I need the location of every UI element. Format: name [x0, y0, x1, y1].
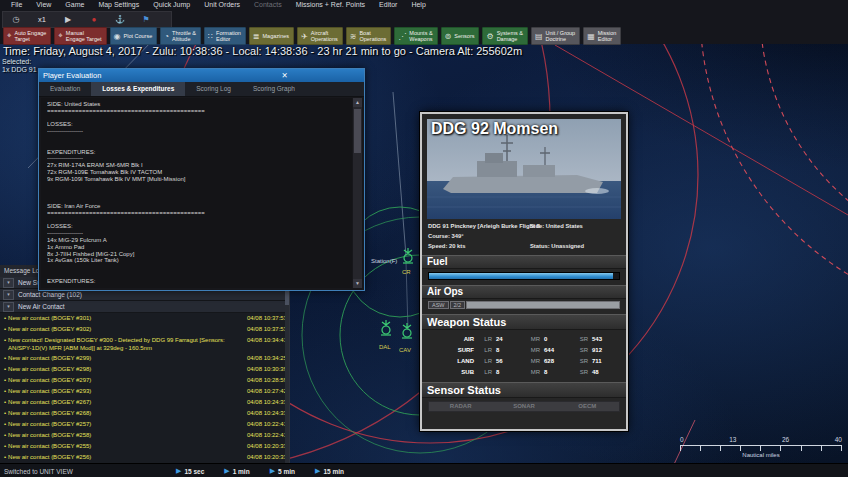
sensor-toggle[interactable]: RADAR: [429, 402, 492, 411]
close-icon[interactable]: ✕: [202, 71, 365, 80]
bullet-icon: •: [4, 354, 6, 362]
menu-item[interactable]: Help: [404, 0, 432, 10]
toolbar-button[interactable]: ▦ Mission Editor: [583, 27, 621, 45]
sensor-toggle[interactable]: OECM: [556, 402, 619, 411]
sr-value: 912: [588, 347, 618, 353]
time-step-button[interactable]: ▶ 1 min: [224, 467, 249, 475]
mr-value: 628: [540, 358, 570, 364]
evaluation-text-line: LOSSES:: [47, 223, 346, 230]
log-entry[interactable]: • New contact! Designated BOGEY #300 - D…: [0, 335, 289, 353]
log-entry[interactable]: • New air contact (BOGEY #256) 04/08 10:…: [0, 452, 289, 463]
toolbar-button[interactable]: ≋ Boat Operations: [346, 27, 392, 45]
toolbar-button[interactable]: ◉ Plot Course: [110, 27, 158, 45]
tab[interactable]: Evaluation: [39, 82, 91, 96]
mr-label: MR: [522, 336, 540, 342]
log-entry-text: New air contact (BOGEY #258): [8, 431, 235, 439]
toolbar-button[interactable]: ⌖ Manual Engage Target: [54, 27, 106, 45]
evaluation-text-line: SIDE: Iran Air Force: [47, 203, 346, 210]
log-entry[interactable]: • New air contact (BOGEY #255) 04/08 10:…: [0, 441, 289, 452]
log-group-row[interactable]: ▾ New Air Contact: [0, 301, 289, 313]
log-entry-time: 04/08 10:34:25: [235, 354, 287, 362]
menu-item[interactable]: Contacts: [247, 0, 289, 10]
log-entry[interactable]: • New air contact (BOGEY #297) 04/08 10:…: [0, 375, 289, 386]
main-toolbar: ⌖ Auto Engage Target ⌖ Manual Engage Tar…: [3, 27, 621, 44]
time-step-buttons: ▶ 15 sec ▶ 1 min ▶ 5 min ▶ 15 min: [176, 467, 344, 475]
sim-speed-label[interactable]: x1: [29, 13, 55, 26]
menu-item[interactable]: View: [29, 0, 58, 10]
unit-class-line: DDG 91 Pinckney [Arleigh Burke Flight II: [428, 223, 540, 229]
toolbar-button[interactable]: ▤ Unit / Group Doctrine: [531, 27, 580, 45]
log-entry[interactable]: • New air contact (BOGEY #257) 04/08 10:…: [0, 419, 289, 430]
app-window: Station(F) CR DAL CAV 0132640 Nautical m…: [0, 0, 848, 477]
time-step-button[interactable]: ▶ 5 min: [270, 467, 295, 475]
chevron-down-icon[interactable]: ▾: [3, 290, 14, 300]
scrollbar-thumb[interactable]: [354, 109, 361, 153]
log-entry[interactable]: • New air contact (BOGEY #267) 04/08 10:…: [0, 397, 289, 408]
toolbar-button[interactable]: ⋰ Mounts & Weapons: [394, 27, 437, 45]
toolbar-button[interactable]: ◔ Throttle & Altitude: [160, 27, 201, 45]
sr-value: 711: [588, 358, 618, 364]
evaluation-text-line: 27x RIM-174A ERAM SM-6MR Blk I: [47, 162, 346, 169]
log-entry-time: 04/08 10:22:41: [235, 431, 287, 439]
record-icon[interactable]: ●: [81, 13, 107, 26]
menu-item[interactable]: File: [4, 0, 29, 10]
evaluation-text-line: EXPENDITURES:: [47, 149, 346, 156]
toolbar-button[interactable]: ∷ Formation Editor: [204, 27, 246, 45]
log-entry-text: New air contact (BOGEY #256): [8, 453, 235, 461]
chevron-down-icon[interactable]: ▾: [3, 278, 14, 288]
air-ops-bar: ASW 2/2: [428, 301, 620, 309]
menu-item[interactable]: Quick Jump: [146, 0, 197, 10]
air-ops-mode[interactable]: ASW: [428, 301, 449, 309]
air-ops-count: 2/2: [450, 301, 466, 309]
tab[interactable]: Scoring Log: [185, 82, 242, 96]
evaluation-text-line: ------------------: [47, 128, 346, 135]
menu-item[interactable]: Game: [58, 0, 91, 10]
window-titlebar[interactable]: Player Evaluation ✕: [39, 69, 364, 82]
weapon-status-row: LAND LR 56 MR 628 SR 711: [428, 355, 620, 366]
bullet-icon: •: [4, 409, 6, 417]
menu-item[interactable]: Map Settings: [91, 0, 146, 10]
log-entry[interactable]: • New air contact (BOGEY #298) 04/08 10:…: [0, 364, 289, 375]
message-log-scrollbar[interactable]: [285, 277, 289, 463]
menu-item[interactable]: Missions + Ref. Points: [289, 0, 372, 10]
play-icon[interactable]: ▶: [55, 13, 81, 26]
toolbar-button[interactable]: ⊚ Sensors: [441, 27, 480, 45]
bullet-icon: •: [4, 365, 6, 373]
menu-item[interactable]: Unit Orders: [197, 0, 247, 10]
ship-icon[interactable]: ⚓: [107, 13, 133, 26]
log-entry[interactable]: • New air contact (BOGEY #299) 04/08 10:…: [0, 353, 289, 364]
log-entry-time: 04/08 10:37:53: [235, 325, 287, 333]
toolbar-button[interactable]: ≣ Magazines: [249, 27, 294, 45]
evaluation-scrollbar[interactable]: ▲ ▼: [353, 98, 362, 288]
log-entry[interactable]: • New air contact (BOGEY #258) 04/08 10:…: [0, 430, 289, 441]
sensor-toggle[interactable]: SONAR: [492, 402, 555, 411]
air-ops-track: [466, 301, 620, 309]
sim-clock-icon[interactable]: ◷: [3, 13, 29, 26]
tab[interactable]: Losses & Expenditures: [91, 82, 185, 96]
scroll-up-icon[interactable]: ▲: [353, 98, 362, 107]
flag-icon[interactable]: ⚑: [133, 13, 159, 26]
lr-label: LR: [474, 347, 492, 353]
toolbar-button[interactable]: ✈ Aircraft Operations: [297, 27, 343, 45]
time-step-button[interactable]: ▶ 15 min: [315, 467, 344, 475]
log-entry[interactable]: • New air contact (BOGEY #301) 04/08 10:…: [0, 313, 289, 324]
log-entry-time: 04/08 10:37:53: [235, 314, 287, 322]
unit-speed: Speed: 20 kts: [428, 243, 465, 249]
menu-item[interactable]: Editor: [372, 0, 404, 10]
scroll-down-icon[interactable]: ▼: [353, 279, 362, 288]
tab[interactable]: Scoring Graph: [242, 82, 306, 96]
toolbar-button[interactable]: ⌖ Auto Engage Target: [3, 27, 51, 45]
chevron-down-icon[interactable]: ▾: [3, 302, 14, 312]
log-entry[interactable]: • New air contact (BOGEY #302) 04/08 10:…: [0, 324, 289, 335]
evaluation-text-line: 1x Ammo Pad: [47, 244, 346, 251]
evaluation-text-line: [47, 189, 346, 196]
toolbar-button-label: Operations: [359, 36, 386, 42]
toolbar-button[interactable]: ⚙ Systems & Damage: [482, 27, 527, 45]
time-step-button[interactable]: ▶ 15 sec: [176, 467, 204, 475]
bullet-icon: •: [4, 398, 6, 406]
evaluation-text-line: [47, 142, 346, 149]
player-evaluation-window: Player Evaluation ✕ EvaluationLosses & E…: [38, 68, 365, 291]
log-entry[interactable]: • New air contact (BOGEY #293) 04/08 10:…: [0, 386, 289, 397]
log-entry[interactable]: • New air contact (BOGEY #268) 04/08 10:…: [0, 408, 289, 419]
mr-value: 644: [540, 347, 570, 353]
